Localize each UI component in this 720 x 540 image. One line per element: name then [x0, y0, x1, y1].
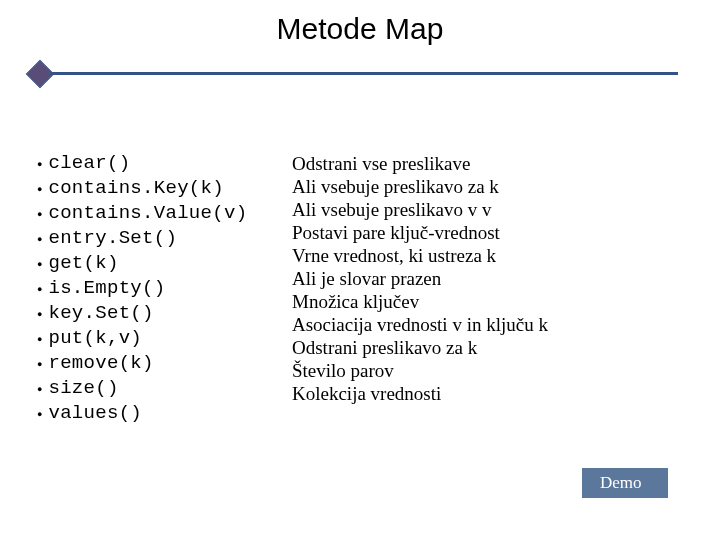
method-description: Število parov: [292, 359, 677, 382]
method-description: Asociacija vrednosti v in ključu k: [292, 313, 677, 336]
list-item: ●get(k): [37, 252, 292, 277]
list-item: ●put(k,v): [37, 327, 292, 352]
method-description: Postavi pare ključ-vrednost: [292, 221, 677, 244]
method-name: contains.Value(v): [48, 202, 247, 225]
method-name: values(): [48, 402, 142, 425]
method-name: contains.Key(k): [48, 177, 224, 200]
slide-title: Metode Map: [0, 12, 720, 46]
bullet-icon: ●: [37, 278, 42, 301]
bullet-icon: ●: [37, 303, 42, 326]
demo-button[interactable]: Demo: [582, 468, 668, 498]
bullet-icon: ●: [37, 403, 42, 426]
bullet-icon: ●: [37, 328, 42, 351]
bullet-icon: ●: [37, 178, 42, 201]
method-name: clear(): [48, 152, 130, 175]
method-description: Ali vsebuje preslikavo za k: [292, 175, 677, 198]
method-name: put(k,v): [48, 327, 142, 350]
bullet-icon: ●: [37, 153, 42, 176]
method-name: remove(k): [48, 352, 153, 375]
title-divider: [30, 62, 678, 86]
bullet-icon: ●: [37, 228, 42, 251]
horizontal-rule: [50, 72, 678, 75]
method-name: entry.Set(): [48, 227, 177, 250]
list-item: ●values(): [37, 402, 292, 427]
methods-content: ●clear() ●contains.Key(k) ●contains.Valu…: [37, 152, 677, 427]
method-description: Množica ključev: [292, 290, 677, 313]
bullet-icon: ●: [37, 253, 42, 276]
list-item: ●clear(): [37, 152, 292, 177]
bullet-icon: ●: [37, 378, 42, 401]
list-item: ●contains.Value(v): [37, 202, 292, 227]
method-description: Vrne vrednost, ki ustreza k: [292, 244, 677, 267]
method-name: size(): [48, 377, 118, 400]
list-item: ●contains.Key(k): [37, 177, 292, 202]
descriptions-column: Odstrani vse preslikave Ali vsebuje pres…: [292, 152, 677, 427]
method-description: Ali je slovar prazen: [292, 267, 677, 290]
methods-column: ●clear() ●contains.Key(k) ●contains.Valu…: [37, 152, 292, 427]
method-description: Odstrani vse preslikave: [292, 152, 677, 175]
demo-label: Demo: [600, 473, 642, 493]
bullet-icon: ●: [37, 353, 42, 376]
method-name: is.Empty(): [48, 277, 165, 300]
method-name: get(k): [48, 252, 118, 275]
list-item: ●key.Set(): [37, 302, 292, 327]
chevron-right-icon: [568, 468, 582, 498]
list-item: ●size(): [37, 377, 292, 402]
method-description: Kolekcija vrednosti: [292, 382, 677, 405]
method-description: Ali vsebuje preslikavo v v: [292, 198, 677, 221]
method-description: Odstrani preslikavo za k: [292, 336, 677, 359]
chevron-right-icon: [582, 468, 596, 498]
list-item: ●remove(k): [37, 352, 292, 377]
method-name: key.Set(): [48, 302, 153, 325]
list-item: ●entry.Set(): [37, 227, 292, 252]
list-item: ●is.Empty(): [37, 277, 292, 302]
bullet-icon: ●: [37, 203, 42, 226]
